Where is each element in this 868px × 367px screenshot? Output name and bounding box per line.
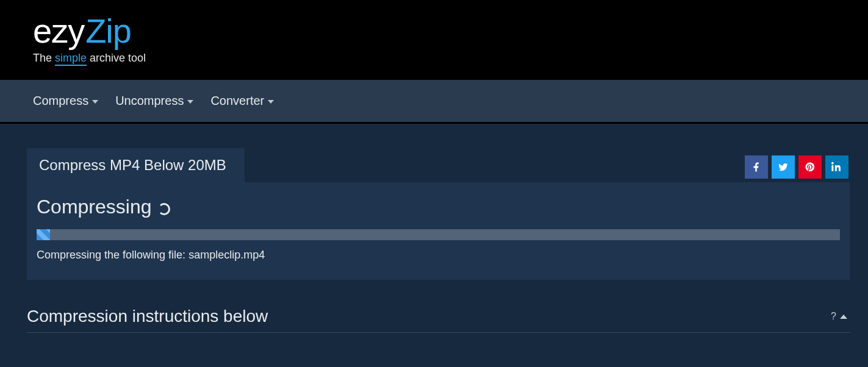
linkedin-icon xyxy=(831,162,842,173)
panel-heading: Compressing xyxy=(37,196,152,218)
linkedin-share-button[interactable] xyxy=(825,155,848,179)
brand-part2: Zip xyxy=(85,11,131,51)
active-tab[interactable]: Compress MP4 Below 20MB xyxy=(27,148,245,182)
status-prefix: Compressing the following file: xyxy=(37,249,188,261)
facebook-share-button[interactable] xyxy=(745,155,768,179)
tab-row: Compress MP4 Below 20MB xyxy=(27,148,850,182)
brand-link[interactable]: ezy Zip The simple archive tool xyxy=(33,11,868,65)
social-share-bar xyxy=(745,148,850,179)
facebook-icon xyxy=(751,162,762,173)
nav-item-uncompress[interactable]: Uncompress xyxy=(115,94,193,108)
nav-item-compress[interactable]: Compress xyxy=(33,94,98,108)
spinner-icon xyxy=(158,203,170,215)
tagline-mid: simple xyxy=(55,52,87,66)
nav-item-converter[interactable]: Converter xyxy=(210,94,274,108)
progress-bar xyxy=(37,229,840,240)
nav-label: Compress xyxy=(33,94,88,108)
chevron-down-icon xyxy=(187,100,193,104)
chevron-down-icon xyxy=(268,100,274,104)
status-filename: sampleclip.mp4 xyxy=(188,249,265,261)
main-nav: Compress Uncompress Converter xyxy=(0,80,868,124)
help-symbol: ? xyxy=(831,311,836,322)
brand-tagline: The simple archive tool xyxy=(33,52,868,65)
instructions-header: Compression instructions below ? xyxy=(27,307,850,333)
brand-header: ezy Zip The simple archive tool xyxy=(0,0,868,80)
chevron-down-icon xyxy=(92,100,98,104)
nav-label: Converter xyxy=(210,94,264,108)
instructions-title: Compression instructions below xyxy=(27,307,268,326)
twitter-share-button[interactable] xyxy=(772,155,795,179)
tagline-pre: The xyxy=(33,52,55,64)
twitter-icon xyxy=(778,162,789,173)
tagline-post: archive tool xyxy=(87,52,146,64)
chevron-up-icon xyxy=(840,315,847,319)
pinterest-icon xyxy=(805,162,816,173)
page-body: Compress MP4 Below 20MB Compressing xyxy=(0,124,868,333)
tab-title: Compress MP4 Below 20MB xyxy=(39,157,226,173)
instructions-toggle[interactable]: ? xyxy=(831,311,850,322)
compression-panel: Compressing Compressing the following fi… xyxy=(27,182,850,280)
status-line: Compressing the following file: samplecl… xyxy=(37,249,840,262)
pinterest-share-button[interactable] xyxy=(798,155,822,179)
brand-part1: ezy xyxy=(33,11,84,51)
nav-label: Uncompress xyxy=(115,94,184,108)
progress-fill xyxy=(37,229,50,240)
